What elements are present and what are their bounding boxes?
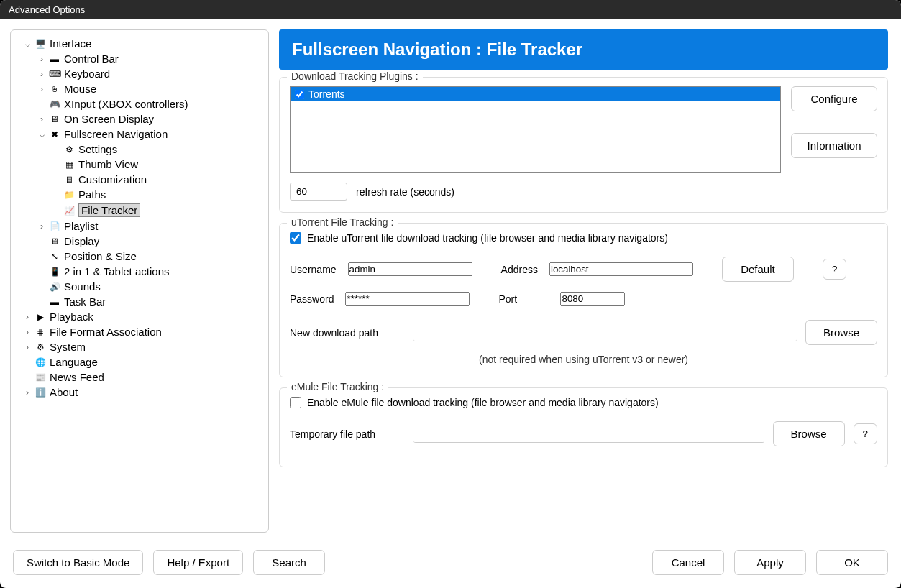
configure-button[interactable]: Configure <box>791 86 877 111</box>
globe-icon: 🌐 <box>34 357 47 368</box>
monitor-icon: 🖥 <box>48 114 61 125</box>
tree-item-thumb-view[interactable]: ▦Thumb View <box>14 157 265 172</box>
tree-item-playback[interactable]: ›▶Playback <box>14 309 265 324</box>
mouse-icon: 🖱 <box>48 83 61 95</box>
tablet-icon: 📱 <box>48 266 61 277</box>
plugin-item-torrents[interactable]: Torrents <box>291 87 780 101</box>
chart-icon: 📈 <box>63 205 76 216</box>
password-input[interactable] <box>345 292 470 306</box>
arrows-icon: ⤡ <box>48 251 61 262</box>
username-label: Username <box>290 264 337 275</box>
utorrent-group: uTorrent File Tracking : Enable uTorrent… <box>279 223 888 377</box>
list-icon: 📄 <box>48 221 61 232</box>
utorrent-enable-checkbox[interactable] <box>290 232 301 244</box>
search-button[interactable]: Search <box>253 550 325 575</box>
refresh-rate-label: refresh rate (seconds) <box>356 186 454 198</box>
newpath-label: New download path <box>290 327 405 339</box>
apply-button[interactable]: Apply <box>734 550 806 575</box>
information-button[interactable]: Information <box>791 133 877 158</box>
tree-item-xinput[interactable]: 🎮XInput (XBOX controllers) <box>14 96 265 111</box>
gamepad-icon: 🎮 <box>48 98 61 110</box>
tree-item-playlist[interactable]: ›📄Playlist <box>14 219 265 234</box>
port-input[interactable] <box>560 292 625 306</box>
plugin-torrents-checkbox[interactable] <box>295 90 304 99</box>
tree-item-control-bar[interactable]: ›▬Control Bar <box>14 51 265 66</box>
folder-icon: 📁 <box>63 189 76 201</box>
temppath-label: Temporary file path <box>290 428 405 440</box>
utorrent-browse-button[interactable]: Browse <box>805 320 877 345</box>
address-label: Address <box>501 264 538 275</box>
utorrent-hint: (not required when using uTorrent v3 or … <box>290 354 877 365</box>
tree-item-position-size[interactable]: ⤡Position & Size <box>14 249 265 264</box>
bar-icon: ▬ <box>48 53 61 65</box>
tree-item-interface[interactable]: ⌵🖥️Interface <box>14 36 265 51</box>
emule-group: eMule File Tracking : Enable eMule file … <box>279 387 888 467</box>
plugin-torrents-label: Torrents <box>308 88 345 100</box>
gear-icon: ⚙ <box>63 144 76 155</box>
port-label: Port <box>498 293 549 305</box>
tree-item-fullscreen-nav[interactable]: ⌵✖Fullscreen Navigation <box>14 127 265 142</box>
sound-icon: 🔊 <box>48 281 61 293</box>
emule-browse-button[interactable]: Browse <box>773 421 845 446</box>
tools-icon: ✖ <box>48 129 61 140</box>
tree-item-file-tracker[interactable]: 📈File Tracker <box>14 202 265 219</box>
link-icon: ⋕ <box>34 326 47 338</box>
emule-legend: eMule File Tracking : <box>287 381 388 392</box>
default-button[interactable]: Default <box>722 257 794 282</box>
cancel-button[interactable]: Cancel <box>652 550 724 575</box>
page-title: Fullscreen Navigation : File Tracker <box>279 29 888 70</box>
monitor-icon: 🖥 <box>63 174 76 185</box>
tree-item-sounds[interactable]: 🔊Sounds <box>14 279 265 294</box>
tree-item-keyboard[interactable]: ›⌨Keyboard <box>14 66 265 81</box>
plugins-legend: Download Tracking Plugins : <box>287 70 423 82</box>
monitor-icon: 🖥️ <box>34 38 47 50</box>
tree-item-customization[interactable]: 🖥Customization <box>14 172 265 187</box>
plugins-group: Download Tracking Plugins : Torrents Con… <box>279 77 888 213</box>
tree-item-file-format[interactable]: ›⋕File Format Association <box>14 324 265 339</box>
emule-enable-label: Enable eMule file download tracking (fil… <box>307 397 659 408</box>
password-label: Password <box>290 293 334 305</box>
utorrent-legend: uTorrent File Tracking : <box>287 216 398 228</box>
tree-item-tablet[interactable]: 📱2 in 1 & Tablet actions <box>14 264 265 279</box>
news-icon: 📰 <box>34 372 47 383</box>
window-titlebar: Advanced Options <box>0 0 901 19</box>
emule-help-button[interactable]: ? <box>854 423 877 444</box>
tree-item-task-bar[interactable]: ▬Task Bar <box>14 294 265 309</box>
taskbar-icon: ▬ <box>48 296 61 308</box>
ok-button[interactable]: OK <box>816 550 888 575</box>
tree-item-settings[interactable]: ⚙Settings <box>14 142 265 157</box>
tree-item-system[interactable]: ›⚙System <box>14 339 265 354</box>
help-export-button[interactable]: Help / Export <box>153 550 243 575</box>
temppath-input[interactable] <box>413 425 764 443</box>
utorrent-enable-label: Enable uTorrent file download tracking (… <box>307 232 668 244</box>
monitor-icon: 🖥 <box>48 236 61 247</box>
basic-mode-button[interactable]: Switch to Basic Mode <box>13 550 143 575</box>
plugins-listbox[interactable]: Torrents <box>290 86 781 173</box>
tree-item-news-feed[interactable]: 📰News Feed <box>14 369 265 385</box>
tree-item-about[interactable]: ›ℹ️About <box>14 385 265 400</box>
gear-icon: ⚙ <box>34 341 47 353</box>
refresh-rate-input[interactable] <box>290 183 347 201</box>
tree-item-language[interactable]: 🌐Language <box>14 354 265 369</box>
tree-item-mouse[interactable]: ›🖱Mouse <box>14 81 265 96</box>
grid-icon: ▦ <box>63 159 76 170</box>
info-icon: ℹ️ <box>34 387 47 398</box>
play-icon: ▶ <box>34 311 47 323</box>
newpath-input[interactable] <box>413 323 797 341</box>
keyboard-icon: ⌨ <box>48 68 61 80</box>
category-tree[interactable]: ⌵🖥️Interface ›▬Control Bar ›⌨Keyboard ›🖱… <box>10 29 269 533</box>
tree-item-display[interactable]: 🖥Display <box>14 234 265 249</box>
utorrent-help-button[interactable]: ? <box>823 259 846 280</box>
tree-item-paths[interactable]: 📁Paths <box>14 187 265 202</box>
emule-enable-checkbox[interactable] <box>290 397 301 408</box>
tree-item-osd[interactable]: ›🖥On Screen Display <box>14 111 265 127</box>
address-input[interactable] <box>549 262 693 276</box>
username-input[interactable] <box>348 262 472 276</box>
dialog-footer: Switch to Basic Mode Help / Export Searc… <box>0 543 901 588</box>
